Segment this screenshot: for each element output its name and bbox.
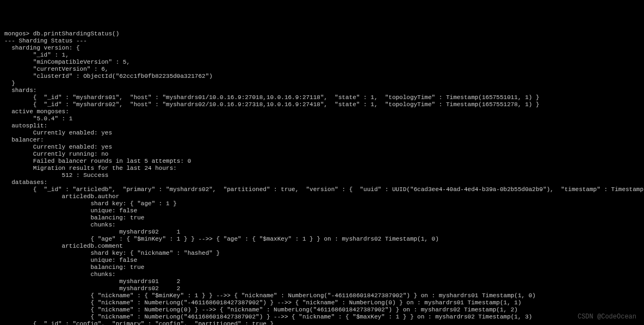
output-line: shards: xyxy=(4,87,36,94)
output-line: { "_id" : "myshardrs02", "host" : "mysha… xyxy=(4,101,540,108)
output-line: 512 : Success xyxy=(4,172,108,179)
output-line: "minCompatibleVersion" : 5, xyxy=(4,59,130,65)
output-line: sharding version: { xyxy=(4,45,80,51)
output-line: { "age" : { "$minKey" : 1 } } -->> { "ag… xyxy=(4,236,439,242)
output-line: myshardrs02 1 xyxy=(4,229,180,235)
output-line: unique: false xyxy=(4,257,137,263)
prompt: mongos> xyxy=(4,30,33,37)
output-line: { "nickname" : NumberLong(0) } -->> { "n… xyxy=(4,306,518,313)
output-line: } xyxy=(4,80,15,87)
output-line: balancing: true xyxy=(4,264,144,271)
output-line: Migration results for the last 24 hours: xyxy=(4,165,177,171)
output-line: active mongoses: xyxy=(4,108,69,115)
output-line: { "_id" : "config", "primary" : "config"… xyxy=(4,321,274,325)
command-text: db.printShardingStatus() xyxy=(33,30,119,37)
output-line: chunks: xyxy=(4,271,116,278)
output-line: shard key: { "nickname" : "hashed" } xyxy=(4,250,220,256)
output-line: "_id" : 1, xyxy=(4,52,69,58)
output-line: Currently running: no xyxy=(4,151,108,157)
output-line: balancing: true xyxy=(4,214,144,221)
output-line: { "_id" : "articledb", "primary" : "mysh… xyxy=(4,186,644,193)
watermark-text: CSDN @CodeOcean xyxy=(578,314,636,321)
output-line: unique: false xyxy=(4,207,137,214)
output-line: Failed balancer rounds in last 5 attempt… xyxy=(4,158,191,164)
output-line: databases: xyxy=(4,179,47,186)
output-line: { "nickname" : NumberLong("-461168601842… xyxy=(4,299,522,306)
output-line: shard key: { "age" : 1 } xyxy=(4,200,177,207)
output-line: --- Sharding Status --- xyxy=(4,38,87,44)
output-line: myshardrs02 2 xyxy=(4,285,180,292)
output-line: "5.0.4" : 1 xyxy=(4,115,72,122)
output-line: "clusterId" : ObjectId("62cc1fb0fb82235d… xyxy=(4,73,213,79)
output-line: { "nickname" : { "$minKey" : 1 } } -->> … xyxy=(4,292,536,299)
output-line: myshardrs01 2 xyxy=(4,278,180,285)
output-line: { "_id" : "myshardrs01", "host" : "mysha… xyxy=(4,94,540,101)
output-line: Currently enabled: yes xyxy=(4,144,112,150)
output-line: Currently enabled: yes xyxy=(4,130,112,136)
output-line: { "nickname" : NumberLong("4611686018427… xyxy=(4,314,532,320)
output-line: "currentVersion" : 6, xyxy=(4,66,108,72)
output-line: articledb.author xyxy=(4,193,119,200)
output-line: chunks: xyxy=(4,222,116,228)
output-line: articledb.comment xyxy=(4,243,123,249)
terminal-output: mongos> db.printShardingStatus() --- Sha… xyxy=(4,30,640,325)
output-line: autosplit: xyxy=(4,122,47,129)
output-line: balancer: xyxy=(4,137,44,143)
